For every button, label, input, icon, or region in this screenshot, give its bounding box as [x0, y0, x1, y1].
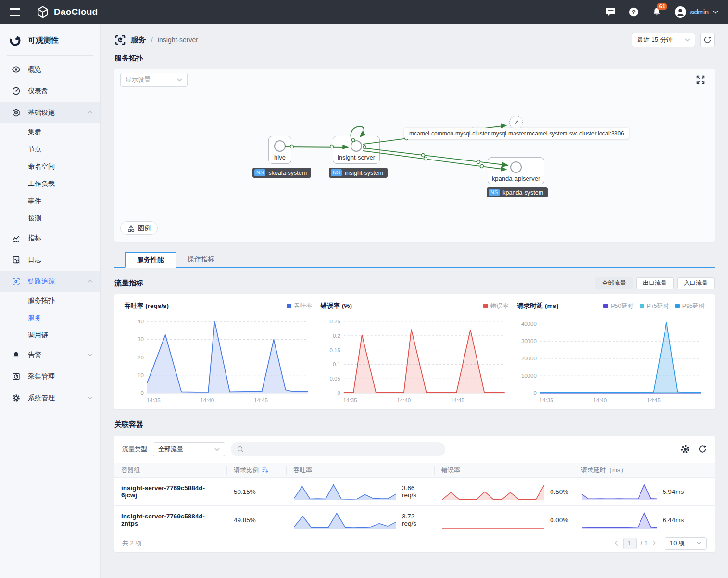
sidebar-item-nodes[interactable]: 节点 [0, 141, 100, 158]
display-settings-select[interactable]: 显示设置 [120, 73, 188, 87]
sidebar-item-clusters[interactable]: 集群 [0, 123, 100, 141]
external-node-label[interactable]: mcamel-common-mysql-cluster-mysql-master… [404, 128, 629, 139]
legend-item: P75延时 [640, 302, 669, 310]
svg-text:30: 30 [138, 336, 144, 342]
legend-item: 错误率 [483, 302, 509, 310]
sidebar-item-dashboard[interactable]: 仪表盘 [0, 80, 100, 102]
avatar-icon [674, 6, 687, 18]
svg-text:14:40: 14:40 [397, 397, 411, 403]
error-rate-sparkline [441, 509, 545, 531]
traffic-type-label: 流量类型 [122, 445, 147, 454]
table-settings-gear-icon[interactable] [681, 445, 690, 454]
svg-text:14:45: 14:45 [451, 397, 464, 403]
topology-node-external-mysql[interactable] [509, 116, 523, 129]
column-header-throughput[interactable]: 吞吐率 [287, 466, 435, 475]
legend-button[interactable]: 图例 [120, 221, 158, 235]
gear-icon [12, 394, 20, 402]
column-header-error-rate[interactable]: 错误率 [435, 466, 574, 475]
column-header-request-ratio[interactable]: 请求比例 [227, 466, 287, 475]
sidebar-item-workloads[interactable]: 工作负载 [0, 175, 100, 193]
menu-icon[interactable] [10, 8, 20, 16]
observability-logo-icon [9, 34, 22, 47]
time-range-select[interactable]: 最近 15 分钟 [632, 33, 695, 47]
sidebar-item-metrics[interactable]: 指标 [0, 227, 100, 249]
sidebar-item-collection[interactable]: 采集管理 [0, 366, 100, 387]
svg-text:10000: 10000 [521, 373, 537, 379]
svg-text:30000: 30000 [521, 338, 537, 344]
topology-canvas[interactable]: hive insight-server kpanda-apiserver mca… [114, 69, 715, 242]
chat-icon[interactable] [605, 6, 616, 18]
sidebar-item-traces[interactable]: 调用链 [0, 327, 100, 344]
traffic-section-title: 流量指标 [114, 279, 143, 288]
sparkline-svg [441, 480, 545, 503]
chart-svg: 00.050.10.150.20.2514:3514:4014:45 [321, 311, 509, 406]
page-next-icon[interactable] [652, 540, 656, 546]
namespace-chip: NS insight-system [329, 168, 388, 178]
chart-title: 请求时延 (ms) [517, 302, 558, 310]
topology-node-kpanda-apiserver[interactable]: kpanda-apiserver [488, 157, 544, 184]
column-header-pod[interactable]: 容器组 [114, 466, 227, 475]
sidebar: 可观测性 概览 仪表盘 基础设施 集群 节点 命名空间 工作负载 事件 拨测 指… [0, 24, 101, 578]
chevron-up-icon [88, 280, 93, 283]
svg-text:20: 20 [138, 355, 144, 360]
brand[interactable]: DaoCloud [37, 6, 98, 18]
svg-text:10: 10 [138, 372, 144, 378]
service-circle [274, 140, 286, 152]
tab-operation-metrics[interactable]: 操作指标 [176, 252, 226, 267]
search-box[interactable] [231, 442, 445, 456]
sidebar-item-overview[interactable]: 概览 [0, 59, 100, 80]
topology-node-hive[interactable]: hive [268, 136, 291, 164]
svg-text:0.1: 0.1 [333, 361, 340, 367]
sidebar-item-logs[interactable]: 日志 [0, 249, 100, 271]
table-refresh-icon[interactable] [698, 445, 707, 454]
table-row[interactable]: insight-server-7769c5884d-zntps 49.85% 3… [114, 505, 715, 534]
search-input[interactable] [248, 446, 439, 453]
chevron-down-icon [88, 396, 93, 400]
user-menu[interactable]: admin [674, 6, 718, 18]
tab-service-performance[interactable]: 服务性能 [125, 252, 176, 268]
containers-table-card: 流量类型 全部流量 [114, 436, 715, 552]
legend-item: P95延时 [675, 302, 705, 310]
sort-descending-icon[interactable] [262, 467, 269, 474]
sidebar-item-probes[interactable]: 拨测 [0, 210, 100, 227]
page-prev-icon[interactable] [615, 540, 619, 546]
svg-text:40: 40 [138, 319, 144, 324]
breadcrumb-root[interactable]: 服务 [131, 35, 146, 45]
help-icon[interactable]: ? [628, 6, 640, 18]
sidebar-item-tracing[interactable]: 链路追踪 [0, 271, 100, 292]
sidebar-item-events[interactable]: 事件 [0, 193, 100, 210]
sidebar-item-service-topology[interactable]: 服务拓扑 [0, 292, 100, 309]
svg-text:?: ? [632, 9, 636, 16]
chart-legend: 吞吐率 [287, 302, 312, 310]
namespace-chip: NS skoala-system [252, 168, 311, 178]
sidebar-item-services[interactable]: 服务 [0, 309, 100, 327]
svg-text:40000: 40000 [521, 321, 537, 327]
notification-bell-icon[interactable]: 61 [651, 6, 663, 18]
infrastructure-icon [12, 109, 20, 117]
filter-egress-button[interactable]: 出口流量 [636, 277, 674, 289]
refresh-button[interactable] [700, 33, 715, 47]
topology-node-insight-server[interactable]: insight-server [333, 136, 380, 164]
tracing-icon [12, 277, 20, 285]
sparkline-svg [441, 509, 545, 531]
column-header-latency[interactable]: 请求延时（ms） [574, 466, 691, 475]
request-ratio-value: 50.15% [234, 488, 256, 495]
traffic-type-select[interactable]: 全部流量 [153, 442, 225, 456]
pod-name: insight-server-7769c5884d-6jcwj [121, 484, 220, 499]
current-page[interactable]: 1 [623, 538, 637, 549]
sidebar-item-system[interactable]: 系统管理 [0, 387, 100, 409]
chart-svg: 01000020000300004000014:3514:4014:45 [517, 311, 705, 406]
sidebar-item-namespaces[interactable]: 命名空间 [0, 158, 100, 175]
filter-all-traffic-button[interactable]: 全部流量 [595, 277, 633, 289]
filter-ingress-button[interactable]: 入口流量 [677, 277, 715, 289]
fullscreen-icon[interactable] [695, 74, 706, 85]
svg-text:14:40: 14:40 [200, 397, 214, 403]
sidebar-item-alerts[interactable]: 告警 [0, 344, 100, 366]
page-size-select[interactable]: 10 项 [665, 537, 707, 550]
table-row[interactable]: insight-server-7769c5884d-6jcwj 50.15% 3… [114, 477, 715, 505]
external-service-icon [513, 120, 519, 126]
latency-sparkline [581, 480, 658, 503]
brand-name: DaoCloud [54, 7, 98, 17]
ns-tag: NS [254, 169, 265, 176]
sidebar-item-infrastructure[interactable]: 基础设施 [0, 102, 100, 123]
